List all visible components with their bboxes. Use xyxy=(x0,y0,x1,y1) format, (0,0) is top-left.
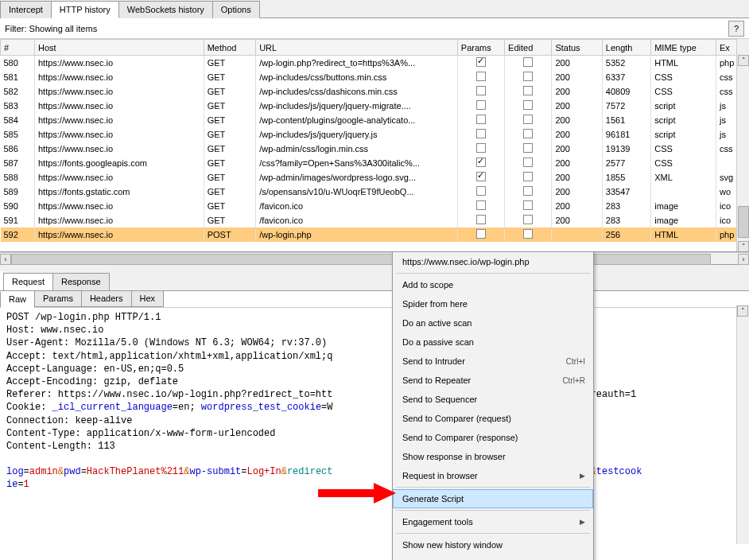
raw-request-content[interactable]: POST /wp-login.php HTTP/1.1 Host: www.ns… xyxy=(0,308,749,495)
cell-url: /wp-includes/css/buttons.min.css xyxy=(256,70,458,84)
scroll-down-arrow-icon[interactable]: ˅ xyxy=(738,241,749,252)
main-tab-strip: Intercept HTTP history WebSockets histor… xyxy=(0,0,749,18)
checkbox-icon xyxy=(523,57,533,67)
cell-mime: image xyxy=(651,213,716,228)
subtab-params[interactable]: Params xyxy=(34,291,82,307)
ctx-send-to-sequencer[interactable]: Send to Sequencer xyxy=(393,390,593,409)
submenu-arrow-icon: ▶ xyxy=(580,472,585,480)
table-row[interactable]: 587https://fonts.googleapis.comGET/css?f… xyxy=(1,156,749,170)
cell-length: 40809 xyxy=(602,84,650,99)
ctx-show-new-history-window[interactable]: Show new history window xyxy=(393,535,593,554)
table-row[interactable]: 580https://www.nsec.ioGET/wp-login.php?r… xyxy=(1,56,749,71)
ctx-show-response-in-browser[interactable]: Show response in browser xyxy=(393,447,593,466)
checkbox-icon xyxy=(523,115,533,124)
checkbox-icon xyxy=(476,229,486,239)
hscroll-thumb[interactable] xyxy=(11,254,711,265)
detail-scroll-up-icon[interactable]: ˄ xyxy=(737,305,748,317)
cell-length: 6337 xyxy=(602,70,650,84)
cell-num: 584 xyxy=(1,113,35,127)
scroll-left-arrow-icon[interactable]: ‹ xyxy=(0,254,11,265)
cell-method: GET xyxy=(204,170,255,185)
cell-mime: CSS xyxy=(651,84,716,99)
subtab-raw[interactable]: Raw xyxy=(0,292,35,308)
table-row[interactable]: 592https://www.nsec.ioPOST/wp-login.php2… xyxy=(1,228,749,242)
col-host[interactable]: Host xyxy=(34,40,204,56)
cell-method: GET xyxy=(204,70,255,84)
subtab-headers[interactable]: Headers xyxy=(81,291,132,307)
cell-num: 590 xyxy=(1,199,35,213)
ctx-send-to-repeater[interactable]: Send to RepeaterCtrl+R xyxy=(393,371,593,390)
checkbox-icon xyxy=(476,57,486,67)
cell-mime: HTML xyxy=(651,228,716,242)
col-num[interactable]: # xyxy=(1,40,35,56)
cell-url: /favicon.ico xyxy=(256,199,458,213)
subtab-hex[interactable]: Hex xyxy=(131,291,165,307)
col-mime[interactable]: MIME type xyxy=(651,40,716,56)
table-row[interactable]: 585https://www.nsec.ioGET/wp-includes/js… xyxy=(1,127,749,142)
table-row[interactable]: 584https://www.nsec.ioGET/wp-content/plu… xyxy=(1,113,749,127)
cell-length: 283 xyxy=(602,199,650,213)
table-row[interactable]: 586https://www.nsec.ioGET/wp-admin/css/l… xyxy=(1,142,749,156)
cell-host: https://www.nsec.io xyxy=(34,170,204,185)
table-row[interactable]: 589https://fonts.gstatic.comGET/s/opensa… xyxy=(1,185,749,199)
detail-vertical-scrollbar[interactable]: ˄ xyxy=(736,305,749,544)
submenu-arrow-icon: ▶ xyxy=(580,518,585,526)
scroll-right-arrow-icon[interactable]: › xyxy=(738,254,749,265)
cell-status: 200 xyxy=(552,56,602,71)
ctx-add-to-scope[interactable]: Add to scope xyxy=(393,275,593,294)
ctx-passive-scan[interactable]: Do a passive scan xyxy=(393,332,593,352)
checkbox-icon xyxy=(523,200,533,210)
checkbox-icon xyxy=(476,100,486,110)
ctx-generate-script[interactable]: Generate Script xyxy=(393,489,593,508)
help-button[interactable]: ? xyxy=(728,21,744,37)
horizontal-scrollbar[interactable]: ‹ › xyxy=(0,252,749,265)
tab-http-history[interactable]: HTTP history xyxy=(51,1,119,18)
checkbox-icon xyxy=(523,215,533,224)
table-row[interactable]: 582https://www.nsec.ioGET/wp-includes/cs… xyxy=(1,84,749,99)
col-edited[interactable]: Edited xyxy=(505,40,552,56)
ctx-send-to-comparer-request[interactable]: Send to Comparer (request) xyxy=(393,409,593,428)
ctx-engagement-tools[interactable]: Engagement tools▶ xyxy=(393,512,593,531)
ctx-active-scan[interactable]: Do an active scan xyxy=(393,313,593,332)
cell-status: 200 xyxy=(552,84,602,99)
cell-length: 283 xyxy=(602,213,650,228)
table-row[interactable]: 588https://www.nsec.ioGET/wp-admin/image… xyxy=(1,170,749,185)
tab-intercept[interactable]: Intercept xyxy=(0,1,52,18)
cell-mime: CSS xyxy=(651,70,716,84)
tab-websockets-history[interactable]: WebSockets history xyxy=(118,1,213,18)
scroll-thumb[interactable] xyxy=(738,206,749,238)
cell-params xyxy=(457,156,504,170)
ctx-request-in-browser[interactable]: Request in browser▶ xyxy=(393,466,593,485)
cell-method: GET xyxy=(204,185,255,199)
checkbox-icon xyxy=(523,100,533,110)
cell-params xyxy=(457,70,504,84)
table-row[interactable]: 590https://www.nsec.ioGET/favicon.ico200… xyxy=(1,199,749,213)
table-row[interactable]: 583https://www.nsec.ioGET/wp-includes/js… xyxy=(1,99,749,113)
table-row[interactable]: 581https://www.nsec.ioGET/wp-includes/cs… xyxy=(1,70,749,84)
tab-response[interactable]: Response xyxy=(52,273,110,290)
ctx-add-comment[interactable]: Add comment xyxy=(393,554,593,560)
ctx-separator xyxy=(396,487,590,488)
ctx-send-to-comparer-response[interactable]: Send to Comparer (response) xyxy=(393,428,593,447)
ctx-send-to-intruder[interactable]: Send to IntruderCtrl+I xyxy=(393,352,593,371)
tab-request[interactable]: Request xyxy=(3,273,53,290)
table-vertical-scrollbar[interactable]: ˄ ˅ xyxy=(736,39,749,252)
cell-mime xyxy=(651,185,716,199)
checkbox-icon xyxy=(523,72,533,81)
col-status[interactable]: Status xyxy=(552,40,602,56)
cell-url: /wp-includes/js/jquery/jquery-migrate...… xyxy=(256,99,458,113)
col-length[interactable]: Length xyxy=(602,40,650,56)
cell-status: 200 xyxy=(552,213,602,228)
col-params[interactable]: Params xyxy=(457,40,504,56)
ctx-spider-from-here[interactable]: Spider from here xyxy=(393,294,593,313)
history-table: # Host Method URL Params Edited Status L… xyxy=(0,39,749,242)
detail-tab-strip: Request Response xyxy=(3,271,749,290)
table-row[interactable]: 591https://www.nsec.ioGET/favicon.ico200… xyxy=(1,213,749,228)
col-url[interactable]: URL xyxy=(256,40,458,56)
scroll-up-arrow-icon[interactable]: ˄ xyxy=(738,55,749,66)
cell-num: 587 xyxy=(1,156,35,170)
filter-bar[interactable]: Filter: Showing all items ? xyxy=(0,18,749,39)
tab-options[interactable]: Options xyxy=(212,1,260,18)
col-method[interactable]: Method xyxy=(204,40,255,56)
checkbox-icon xyxy=(476,72,486,81)
